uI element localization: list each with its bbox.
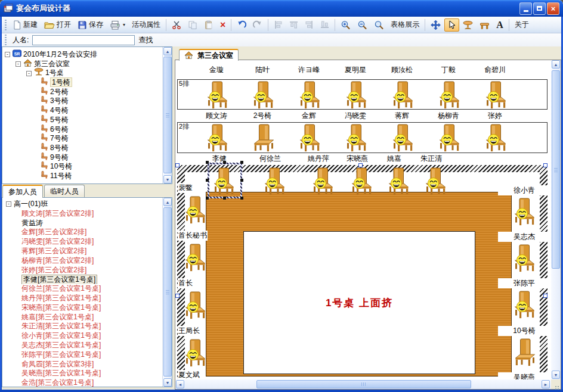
redo-button[interactable]	[250, 18, 265, 32]
print-dropdown-icon[interactable]: ▾	[123, 22, 125, 27]
participant-item[interactable]: 吴志杰[第三会议室1号桌]	[4, 341, 162, 350]
close-button[interactable]: ×	[547, 2, 559, 15]
occupied-chair[interactable]	[250, 81, 277, 109]
occupied-chair[interactable]	[512, 244, 538, 272]
person-name-input[interactable]	[32, 35, 135, 45]
occupied-chair[interactable]	[512, 291, 538, 319]
save-button[interactable]: 保存	[75, 18, 106, 32]
delete-button[interactable]: ×	[217, 19, 228, 31]
select-tool-button[interactable]	[444, 18, 459, 32]
participant-item[interactable]: 黄益涛	[4, 219, 162, 228]
selection-handle[interactable]	[240, 197, 243, 200]
tree-scrollbar[interactable]: ▲ ▼	[162, 47, 172, 183]
scrollbar-thumb[interactable]	[256, 380, 471, 388]
tree-chair[interactable]: 4号椅	[4, 105, 162, 115]
expand-collapse-box[interactable]: -	[26, 71, 32, 76]
occupied-chair[interactable]	[182, 291, 209, 319]
cut-button[interactable]	[169, 18, 184, 32]
scroll-up-button[interactable]: ▲	[163, 198, 172, 206]
table-display-button[interactable]: 表格展示	[388, 18, 422, 32]
occupied-chair[interactable]	[483, 124, 509, 152]
print-button[interactable]: ▾	[107, 18, 128, 32]
expand-collapse-box[interactable]: -	[5, 52, 10, 57]
tree-chair[interactable]: 9号椅	[4, 153, 162, 162]
participant-item[interactable]: 姚嘉[第三会议室1号桌]	[4, 313, 162, 322]
round-table-tool-button[interactable]	[460, 18, 476, 32]
occupied-chair[interactable]	[205, 124, 231, 152]
selection-handle[interactable]	[358, 163, 363, 167]
participant-item[interactable]: 顾文涛[第三会议室2排]	[4, 209, 162, 219]
participant-item[interactable]: 何徐兰[第三会议室1号桌]	[4, 284, 162, 294]
layout-canvas[interactable]: 5排 2排 1号桌 上面挤 金璇陆叶许ヨ峰夏明星顾汝松丁毅俞碧川顾文涛2号椅金辉…	[175, 60, 551, 379]
scrollbar-thumb[interactable]	[163, 57, 172, 173]
occupied-chair[interactable]	[182, 196, 209, 224]
tree-chair[interactable]: 7号椅	[4, 133, 162, 143]
occupied-chair[interactable]	[182, 339, 209, 367]
zoom-out-button[interactable]	[354, 18, 370, 32]
occupied-chair[interactable]	[297, 124, 323, 152]
selection-hatch-right[interactable]	[540, 165, 547, 379]
canvas-hscrollbar[interactable]: ◄ ►	[175, 379, 551, 389]
occupied-chair[interactable]	[344, 81, 370, 109]
empty-chair[interactable]	[250, 124, 277, 152]
tree-chair[interactable]: 6号椅	[4, 125, 162, 134]
participant-group[interactable]: -高一(01)班	[4, 200, 162, 209]
participant-item[interactable]: 徐小青[第三会议室1号桌]	[4, 331, 162, 341]
align-right-button[interactable]	[302, 18, 317, 31]
searchbar-grip[interactable]	[5, 35, 7, 45]
expand-collapse-box[interactable]: -	[16, 61, 21, 67]
occupied-chair[interactable]	[386, 167, 412, 195]
participant-item[interactable]: 金辉[第三会议室2排]	[4, 228, 162, 237]
participant-item[interactable]: 姚丹萍[第三会议室1号桌]	[4, 294, 162, 303]
scroll-up-button[interactable]: ▲	[552, 60, 560, 69]
scrollbar-thumb[interactable]	[163, 207, 172, 377]
paste-button[interactable]	[201, 18, 216, 32]
tree-chair[interactable]: 11号椅	[4, 171, 162, 181]
occupied-chair[interactable]	[182, 244, 209, 272]
participant-item[interactable]: 李健[第三会议室1号桌]	[4, 275, 162, 284]
about-button[interactable]: 关于	[512, 18, 532, 32]
scroll-left-button[interactable]: ◄	[176, 380, 184, 388]
open-button[interactable]: 打开	[41, 18, 74, 32]
selection-handle[interactable]	[223, 197, 226, 200]
occupied-chair[interactable]	[437, 81, 463, 109]
bench-tool-button[interactable]	[477, 18, 493, 32]
tree-room[interactable]: -第三会议室	[4, 59, 162, 69]
text-tool-button[interactable]: A	[493, 18, 506, 31]
tree-chair[interactable]: 8号椅	[4, 143, 162, 153]
move-tool-button[interactable]	[428, 18, 444, 32]
tab-participants[interactable]: 参加人员	[2, 185, 43, 198]
toolbar-grip[interactable]	[5, 20, 7, 30]
occupied-chair[interactable]	[344, 124, 370, 152]
tree-chair[interactable]: 1号椅	[4, 77, 162, 87]
occupied-chair[interactable]	[297, 81, 323, 109]
occupied-chair[interactable]	[390, 124, 416, 152]
scroll-up-button[interactable]: ▲	[163, 47, 172, 55]
selection-handle[interactable]	[223, 161, 226, 164]
participant-item[interactable]: 冯晓雯[第三会议室2排]	[4, 237, 162, 247]
tab-room[interactable]: 第三会议室	[179, 49, 239, 61]
maximize-button[interactable]	[533, 2, 546, 15]
selection-handle[interactable]	[240, 161, 243, 164]
empty-chair[interactable]	[512, 338, 538, 366]
zoom-tool-button[interactable]	[371, 18, 387, 32]
new-button[interactable]: 新建	[10, 18, 41, 32]
canvas-vscrollbar[interactable]: ▲ ▼	[551, 60, 561, 379]
undo-button[interactable]	[234, 18, 249, 32]
participant-item[interactable]: 俞凤霞[第三会议室3排]	[4, 360, 162, 369]
minimize-button[interactable]	[519, 2, 532, 15]
participant-item[interactable]: 吴晓燕[第三会议室1号桌]	[4, 369, 162, 378]
selection-handle[interactable]	[543, 163, 547, 167]
occupied-chair[interactable]	[205, 81, 231, 109]
resize-grip[interactable]	[551, 379, 561, 389]
participant-item[interactable]: 朱正清[第三会议室1号桌]	[4, 322, 162, 331]
selection-handle[interactable]	[206, 179, 209, 182]
list-scrollbar[interactable]: ▲ ▼	[162, 198, 172, 387]
selection-handle[interactable]	[175, 294, 180, 298]
occupied-chair[interactable]	[310, 167, 336, 195]
participant-item[interactable]: 张婷[第三会议室2排]	[4, 266, 162, 275]
tree-root[interactable]: -SR2010年1月2号会议安排	[4, 49, 162, 59]
tree-chair[interactable]: 2号椅	[4, 87, 162, 97]
activity-properties-button[interactable]: 活动属性	[129, 18, 163, 32]
banquet-table[interactable]: 1号桌 上面挤	[206, 192, 512, 377]
